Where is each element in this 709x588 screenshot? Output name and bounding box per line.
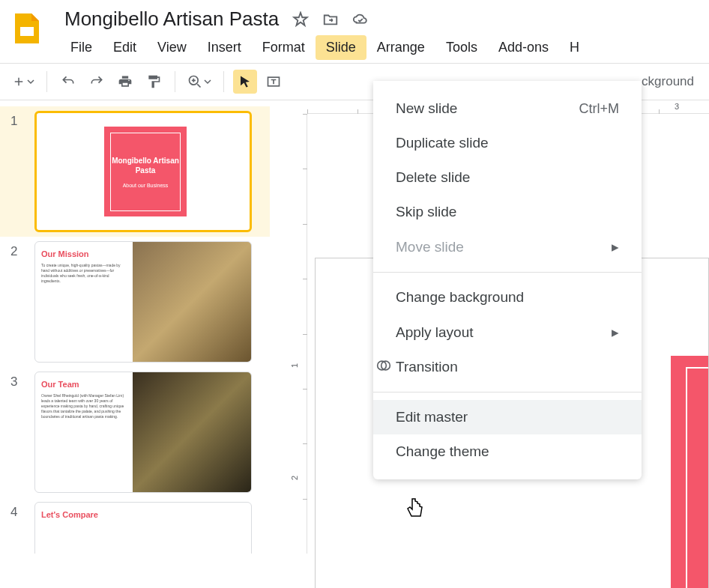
header: Mongibello Artisan Pasta File Edit View …: [0, 0, 709, 60]
pasta-image: [133, 242, 251, 362]
new-slide-button[interactable]: [9, 72, 37, 91]
menu-move-slide: Move slide ▸: [373, 229, 642, 264]
team-image: [133, 372, 251, 492]
slide-thumbnail-4[interactable]: 4 Let's Compare: [0, 497, 270, 554]
thumb-subtitle: About our Business: [123, 183, 169, 188]
slide-number: 3: [10, 372, 25, 493]
undo-icon[interactable]: [56, 70, 80, 94]
svg-rect-0: [20, 27, 34, 36]
menu-divider: [373, 392, 642, 392]
textbox-tool-icon[interactable]: [262, 70, 286, 94]
paint-format-icon[interactable]: [142, 70, 166, 94]
thumb-title: Our Team: [41, 380, 127, 389]
menu-change-theme[interactable]: Change theme: [373, 434, 642, 469]
cursor-pointer-icon: [405, 497, 426, 524]
menu-help[interactable]: H: [559, 35, 590, 60]
menu-arrange[interactable]: Arrange: [366, 35, 435, 60]
menu-divider: [373, 272, 642, 273]
redo-icon[interactable]: [85, 70, 109, 94]
slide-number: 1: [10, 111, 25, 232]
menu-new-slide[interactable]: New slide Ctrl+M: [373, 91, 642, 126]
menu-format[interactable]: Format: [252, 35, 316, 60]
slide-panel: 1 Mongibello Artisan Pasta About our Bus…: [0, 100, 270, 554]
thumb-title: Mongibello Artisan Pasta: [111, 156, 180, 175]
menu-insert[interactable]: Insert: [197, 35, 252, 60]
slides-logo[interactable]: [9, 10, 45, 46]
menu-skip-slide[interactable]: Skip slide: [373, 195, 642, 229]
slide-thumbnail-2[interactable]: 2 Our Mission To create unique, high-qua…: [0, 237, 270, 367]
document-title[interactable]: Mongibello Artisan Pasta: [60, 6, 283, 32]
vertical-ruler: 1 2: [289, 114, 307, 554]
transition-icon: [376, 358, 393, 377]
menu-tools[interactable]: Tools: [435, 35, 488, 60]
background-button-partial[interactable]: ckground: [636, 71, 700, 92]
slide-dropdown-menu: New slide Ctrl+M Duplicate slide Delete …: [373, 81, 642, 479]
chevron-right-icon: ▸: [612, 238, 619, 255]
thumb-title: Let's Compare: [41, 510, 127, 519]
chevron-right-icon: ▸: [612, 324, 619, 341]
menu-duplicate-slide[interactable]: Duplicate slide: [373, 126, 642, 160]
menu-file[interactable]: File: [60, 35, 103, 60]
print-icon[interactable]: [113, 70, 137, 94]
thumb-body: Owner Shel Rheingold (with Manager Stefa…: [41, 393, 127, 419]
menubar: File Edit View Insert Format Slide Arran…: [60, 35, 700, 60]
slide-number: 4: [10, 502, 25, 554]
slide-number: 2: [10, 241, 25, 363]
menu-edit-master[interactable]: Edit master: [373, 400, 642, 434]
menu-delete-slide[interactable]: Delete slide: [373, 160, 642, 195]
menu-transition[interactable]: Transition: [373, 350, 642, 384]
zoom-button[interactable]: [184, 71, 214, 92]
menu-view[interactable]: View: [147, 35, 197, 60]
menu-edit[interactable]: Edit: [103, 35, 147, 60]
move-folder-icon[interactable]: [322, 11, 339, 28]
menu-slide[interactable]: Slide: [316, 35, 366, 60]
menu-addons[interactable]: Add-ons: [488, 35, 559, 60]
thumb-title: Our Mission: [41, 249, 127, 258]
menu-change-background[interactable]: Change background: [373, 280, 642, 315]
select-tool-icon[interactable]: [233, 70, 257, 94]
cloud-status-icon[interactable]: [352, 11, 369, 28]
thumb-body: To create unique, high-quality pastas—ma…: [41, 263, 127, 284]
shortcut-label: Ctrl+M: [579, 101, 620, 117]
slide-thumbnail-3[interactable]: 3 Our Team Owner Shel Rheingold (with Ma…: [0, 367, 270, 497]
slide-thumbnail-1[interactable]: 1 Mongibello Artisan Pasta About our Bus…: [0, 106, 270, 237]
menu-apply-layout[interactable]: Apply layout ▸: [373, 315, 642, 350]
star-icon[interactable]: [292, 11, 309, 28]
